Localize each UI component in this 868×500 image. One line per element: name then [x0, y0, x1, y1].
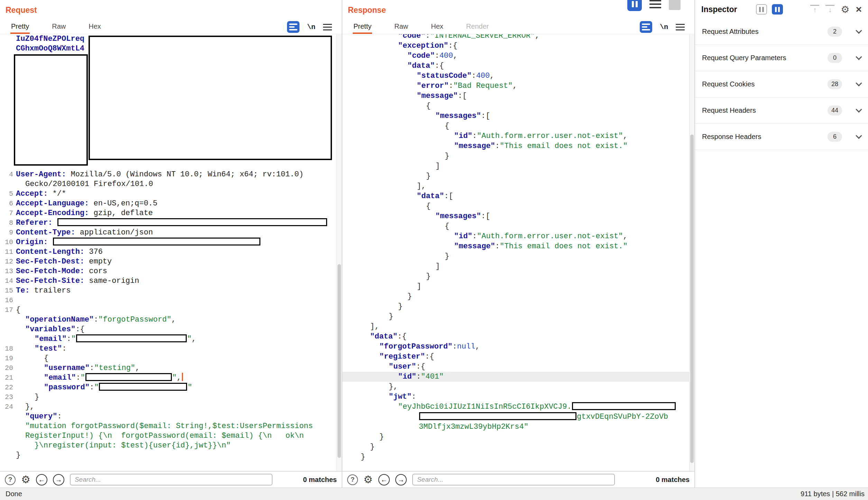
layout-icon[interactable]: [627, 0, 642, 11]
scrollbar-thumb[interactable]: [338, 264, 341, 458]
code-text: "forgotPassword": [98, 315, 171, 324]
request-editor[interactable]: IuZ04fNeZPOLreqCGhxmOoQ8WXmtL44User-Agen…: [0, 34, 342, 471]
code-line: }: [342, 271, 694, 281]
response-scrollbar[interactable]: [689, 34, 694, 471]
menu-icon[interactable]: [676, 24, 685, 30]
code-line: },: [342, 382, 694, 392]
help-icon[interactable]: ?: [5, 474, 16, 485]
chevron-down-icon[interactable]: [856, 27, 862, 34]
line-number: [0, 412, 13, 422]
previous-match-icon[interactable]: ←: [36, 474, 47, 485]
redaction-box: [14, 54, 88, 166]
previous-match-icon[interactable]: ←: [378, 474, 390, 485]
code-line: "jwt":: [342, 392, 694, 402]
menu-icon[interactable]: [649, 0, 661, 11]
help-icon[interactable]: ?: [347, 474, 358, 485]
code-text: {: [445, 222, 449, 231]
code-text: :: [471, 72, 476, 80]
collapse-all-icon[interactable]: ↑: [810, 5, 819, 14]
search-input[interactable]: [412, 474, 615, 485]
response-size-label: 911 bytes | 562 millis: [801, 490, 865, 498]
code-text: "data": [407, 62, 435, 70]
code-line: 17{: [0, 305, 342, 315]
code-line: "mutation forgotPassword($email: String!…: [0, 422, 342, 431]
inspector-section-request-attributes[interactable]: Request Attributes2: [695, 19, 868, 45]
inspector-section-request-cookies[interactable]: Request Cookies28: [695, 71, 868, 98]
code-text: {: [426, 202, 431, 211]
code-text: "email": [35, 335, 66, 343]
code-text: gtxvDEqnSVuPbY-2ZoVb: [577, 413, 668, 421]
line-number: [0, 315, 13, 325]
code-line: "register":{: [342, 352, 694, 362]
line-number: 13: [0, 267, 13, 276]
code-text: ]: [435, 262, 440, 271]
code-line: }: [342, 312, 694, 322]
code-line: 13Sec-Fetch-Mode: cors: [0, 267, 342, 276]
gear-icon[interactable]: ⚙: [21, 474, 30, 485]
chevron-down-icon[interactable]: [856, 54, 862, 60]
section-label: Request Headers: [702, 107, 756, 114]
code-text: "variables": [25, 325, 75, 334]
chevron-down-icon[interactable]: [856, 132, 862, 139]
next-match-icon[interactable]: →: [395, 474, 407, 485]
code-text: ]: [435, 162, 440, 170]
code-text: "Bad Request": [453, 82, 513, 90]
redaction-box: [99, 383, 187, 391]
pretty-print-icon[interactable]: [640, 21, 652, 33]
code-text: }: [426, 172, 431, 180]
code-text: RegisterInput!) {\n forgotPassword(email…: [25, 432, 304, 440]
code-line: "code":400,: [342, 51, 694, 61]
inspector-section-request-headers[interactable]: Request Headers44: [695, 98, 868, 124]
request-tabbar: PrettyRawHex \n: [0, 20, 342, 34]
line-number: [0, 179, 13, 189]
inspector-section-response-headers[interactable]: Response Headers6: [695, 124, 868, 150]
single-column-view-icon[interactable]: [756, 4, 767, 15]
inspector-section-request-query-parameters[interactable]: Request Query Parameters0: [695, 45, 868, 71]
two-column-view-icon[interactable]: [772, 4, 783, 15]
tab-pretty[interactable]: Pretty: [10, 20, 30, 34]
code-text: "query": [25, 412, 57, 421]
newline-icon[interactable]: \n: [307, 23, 315, 31]
search-input[interactable]: [70, 474, 273, 485]
chevron-down-icon[interactable]: [856, 106, 862, 112]
request-tabbar-icons: \n: [287, 21, 332, 33]
code-text: ": [187, 383, 192, 392]
chevron-down-icon[interactable]: [856, 80, 862, 86]
newline-icon[interactable]: \n: [660, 23, 668, 31]
line-number: 7: [0, 209, 13, 218]
line-number: 12: [0, 257, 13, 267]
gear-icon[interactable]: ⚙: [841, 4, 849, 15]
gear-icon[interactable]: ⚙: [363, 474, 373, 485]
code-text: Content-Length:: [16, 248, 84, 256]
tab-hex[interactable]: Hex: [88, 20, 102, 34]
tab-raw[interactable]: Raw: [394, 20, 409, 34]
code-text: "error": [417, 82, 449, 90]
code-line: ]: [342, 261, 694, 271]
code-text: Gecko/20100101 Firefox/101.0: [25, 180, 153, 188]
next-match-icon[interactable]: →: [53, 474, 64, 485]
section-label: Request Attributes: [702, 28, 758, 36]
redaction-box: [89, 36, 332, 160]
panel-icon[interactable]: [669, 0, 681, 10]
close-icon[interactable]: ×: [856, 4, 862, 15]
expand-all-icon[interactable]: ↓: [825, 5, 834, 14]
line-number: [0, 422, 13, 431]
tab-hex[interactable]: Hex: [430, 20, 444, 34]
menu-icon[interactable]: [323, 24, 332, 30]
code-text: :: [57, 412, 62, 421]
code-line: "exception":{: [342, 41, 694, 51]
code-line: 24},: [0, 402, 342, 412]
response-viewer[interactable]: "code":"INTERNAL_SERVER_ERROR","exceptio…: [342, 34, 694, 471]
code-line: 15Te: trailers: [0, 286, 342, 296]
code-line: 3MDlfjx3mzwL39ybHp2Krs4": [342, 422, 694, 432]
scrollbar-thumb[interactable]: [690, 135, 694, 463]
pretty-print-icon[interactable]: [287, 21, 299, 33]
tab-raw[interactable]: Raw: [51, 20, 66, 34]
code-text: },: [389, 382, 398, 391]
code-text: }: [370, 443, 375, 451]
request-scrollbar[interactable]: [336, 34, 342, 471]
tab-pretty[interactable]: Pretty: [353, 20, 372, 34]
line-number: [0, 451, 13, 460]
code-text: :{: [425, 352, 434, 361]
inspector-view-toggles: [756, 4, 783, 15]
